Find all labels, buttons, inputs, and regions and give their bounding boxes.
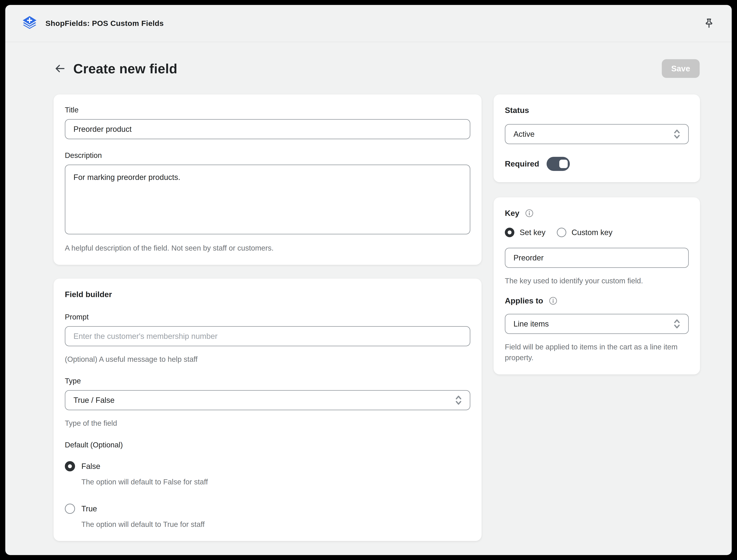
required-row: Required	[505, 157, 689, 171]
info-icon[interactable]	[549, 297, 557, 305]
applies-to-heading: Applies to	[505, 296, 543, 305]
radio-unselected-icon	[557, 228, 566, 237]
chevron-up-down-icon	[454, 394, 463, 406]
status-select-value: Active	[513, 130, 535, 139]
type-help-text: Type of the field	[65, 418, 470, 429]
default-option-false[interactable]: False	[65, 461, 470, 471]
default-option-true[interactable]: True	[65, 504, 470, 514]
set-key-option[interactable]: Set key	[505, 228, 545, 237]
app-title: ShopFields: POS Custom Fields	[45, 19, 164, 28]
custom-key-label: Custom key	[572, 228, 612, 237]
key-card: Key Set key	[493, 197, 700, 374]
type-select-value: True / False	[73, 396, 115, 405]
info-icon[interactable]	[525, 209, 533, 217]
pushpin-icon[interactable]	[703, 17, 715, 29]
applies-to-select-value: Line items	[513, 319, 549, 328]
title-input[interactable]	[65, 119, 470, 139]
app-window: ShopFields: POS Custom Fields Create new…	[5, 5, 732, 555]
prompt-input[interactable]	[65, 326, 470, 346]
top-bar: ShopFields: POS Custom Fields	[5, 5, 732, 42]
key-mode-radios: Set key Custom key	[505, 228, 689, 237]
field-builder-heading: Field builder	[65, 290, 470, 299]
chevron-up-down-icon	[673, 128, 681, 140]
left-column: Title Description For marking preorder p…	[54, 94, 481, 541]
key-heading-row: Key	[505, 209, 689, 218]
right-column: Status Active Required	[493, 94, 700, 374]
custom-key-option[interactable]: Custom key	[557, 228, 612, 237]
radio-selected-icon[interactable]	[65, 461, 75, 471]
description-textarea[interactable]: For marking preorder products.	[65, 165, 470, 234]
applies-to-select[interactable]: Line items	[505, 314, 689, 334]
details-card: Title Description For marking preorder p…	[54, 94, 481, 265]
default-label: Default (Optional)	[65, 441, 470, 449]
page-header: Create new field Save	[54, 59, 700, 78]
set-key-label: Set key	[520, 228, 545, 237]
status-select[interactable]: Active	[505, 124, 689, 144]
back-button[interactable]	[54, 62, 66, 75]
default-option-false-help: The option will default to False for sta…	[81, 477, 470, 487]
status-card: Status Active Required	[493, 94, 700, 182]
description-help-text: A helpful description of the field. Not …	[65, 243, 470, 254]
prompt-help-text: (Optional) A useful message to help staf…	[65, 354, 470, 365]
description-label: Description	[65, 151, 470, 160]
save-button[interactable]: Save	[662, 59, 700, 78]
field-builder-card: Field builder Prompt (Optional) A useful…	[54, 279, 481, 541]
default-option-false-label: False	[81, 462, 100, 471]
prompt-label: Prompt	[65, 313, 470, 321]
key-heading: Key	[505, 209, 519, 218]
applies-to-heading-row: Applies to	[505, 296, 689, 305]
radio-selected-icon	[505, 228, 514, 237]
title-label: Title	[65, 106, 470, 114]
key-help-text: The key used to identify your custom fie…	[505, 276, 689, 286]
default-option-true-help: The option will default to True for staf…	[81, 519, 470, 530]
default-option-true-label: True	[81, 504, 97, 513]
radio-unselected-icon[interactable]	[65, 504, 75, 514]
toggle-knob	[559, 160, 568, 168]
content-columns: Title Description For marking preorder p…	[54, 94, 700, 541]
chevron-up-down-icon	[673, 318, 681, 330]
applies-to-help-text: Field will be applied to items in the ca…	[505, 342, 689, 363]
key-input[interactable]	[505, 248, 689, 268]
type-select[interactable]: True / False	[65, 390, 470, 410]
page-title: Create new field	[73, 61, 177, 76]
type-label: Type	[65, 377, 470, 385]
arrow-left-icon	[54, 63, 65, 74]
main-content: Create new field Save Title Description …	[5, 42, 732, 555]
status-heading: Status	[505, 106, 689, 115]
required-label: Required	[505, 159, 539, 168]
required-toggle[interactable]	[546, 157, 570, 171]
layers-plus-icon	[21, 14, 38, 32]
